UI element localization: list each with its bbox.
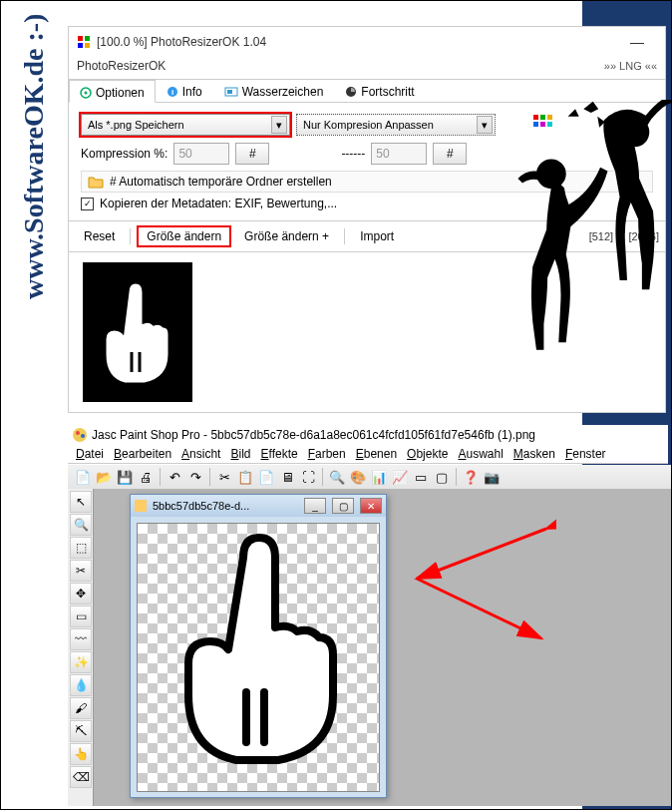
watermark-icon (224, 86, 238, 98)
annotation-arrows (397, 519, 556, 668)
undo-icon[interactable]: ↶ (166, 468, 183, 486)
folder-label: # Automatisch temporäre Ordner erstellen (110, 175, 332, 189)
layers-icon[interactable]: ▭ (412, 468, 430, 486)
titlebar: [100.0 %] PhotoResizerOK 1.04 — (69, 27, 665, 57)
svg-rect-3 (85, 43, 90, 48)
histogram-icon[interactable]: 📊 (370, 468, 388, 486)
metadata-label: Kopieren der Metadaten: EXIF, Bewertung,… (100, 197, 337, 210)
resize-button[interactable]: Größe ändern (137, 225, 231, 247)
lasso-tool-icon[interactable]: 〰 (70, 628, 92, 650)
right-spinner[interactable]: 50 (371, 143, 427, 165)
svg-text:i: i (171, 88, 173, 97)
window-icon[interactable]: ▢ (433, 468, 451, 486)
checkbox-icon[interactable]: ✓ (81, 198, 94, 210)
screen-icon[interactable]: 🖥 (278, 468, 296, 486)
arrow-tool-icon[interactable]: ↖ (70, 491, 92, 513)
zoom-tool-icon[interactable]: 🔍 (70, 514, 92, 536)
menu-auswahl[interactable]: Auswahl (458, 447, 503, 461)
thumbnail[interactable] (83, 262, 192, 402)
menu-fenster[interactable]: Fenster (565, 447, 606, 461)
paste-icon[interactable]: 📄 (257, 468, 275, 486)
camera-icon[interactable]: 📷 (483, 468, 501, 486)
save-icon[interactable]: 💾 (116, 468, 134, 486)
brush-tool-icon[interactable]: 🖌 (70, 697, 92, 719)
clone-tool-icon[interactable]: ⛏ (70, 720, 92, 742)
wand-tool-icon[interactable]: ✨ (70, 651, 92, 673)
hash-button-right[interactable]: # (433, 143, 467, 165)
new-icon[interactable]: 📄 (74, 468, 92, 486)
dropper-tool-icon[interactable]: 💧 (70, 674, 92, 696)
compression-mode-dropdown[interactable]: Nur Kompresion Anpassen ▾ (296, 114, 496, 136)
psp-titlebar: Jasc Paint Shop Pro - 5bbc57db5c78e-d6a1… (68, 425, 668, 445)
chart-icon[interactable]: 📈 (391, 468, 409, 486)
move-tool-icon[interactable]: ✥ (70, 583, 92, 605)
menu-masken[interactable]: Masken (513, 447, 555, 461)
menu-datei[interactable]: Datei (76, 447, 104, 461)
help-icon[interactable]: ❓ (462, 468, 480, 486)
palette-icon[interactable]: 🎨 (349, 468, 367, 486)
tab-label: Optionen (96, 86, 145, 100)
gear-icon (80, 87, 92, 99)
hand-thumb-icon (98, 277, 177, 387)
doc-canvas[interactable] (137, 523, 380, 792)
marquee-tool-icon[interactable]: ▭ (70, 606, 92, 627)
menu-app-name[interactable]: PhotoResizerOK (77, 59, 166, 73)
psp-document-window[interactable]: 5bbc57db5c78e-d... _ ▢ ✕ (130, 494, 387, 798)
import-button[interactable]: Import (351, 226, 403, 246)
redo-icon[interactable]: ↷ (186, 468, 204, 486)
menu-effekte[interactable]: Effekte (261, 447, 298, 461)
menu-bearbeiten[interactable]: Bearbeiten (114, 447, 171, 461)
cut-icon[interactable]: ✂ (215, 468, 233, 486)
svg-point-19 (73, 428, 87, 442)
menu-ebenen[interactable]: Ebenen (356, 447, 397, 461)
doc-close-button[interactable]: ✕ (360, 498, 382, 514)
resize-plus-button[interactable]: Größe ändern + (235, 226, 338, 246)
svg-point-20 (76, 431, 80, 435)
svg-line-26 (417, 579, 541, 638)
watermark-text: www.SoftwareOK.de :-) (18, 14, 50, 299)
print-icon[interactable]: 🖨 (137, 468, 155, 486)
tab-fortschritt[interactable]: Fortschritt (334, 80, 425, 102)
hash-button-left[interactable]: # (235, 143, 269, 165)
erase-tool-icon[interactable]: ⌫ (70, 766, 92, 788)
crop-tool-icon[interactable]: ✂ (70, 560, 92, 582)
doc-title-text: 5bbc57db5c78e-d... (153, 500, 249, 512)
menu-farben[interactable]: Farben (308, 447, 346, 461)
doc-maximize-button[interactable]: ▢ (332, 498, 354, 514)
dancing-silhouette (479, 100, 672, 359)
save-format-dropdown[interactable]: Als *.png Speichern ▾ (81, 114, 290, 136)
separator (344, 228, 345, 244)
compression-label: Kompression %: (81, 147, 168, 161)
psp-app-icon (72, 427, 88, 443)
doc-minimize-button[interactable]: _ (304, 498, 326, 514)
menu-bild[interactable]: Bild (230, 447, 250, 461)
zoom-icon[interactable]: 🔍 (328, 468, 346, 486)
tab-optionen[interactable]: Optionen (69, 80, 156, 103)
svg-rect-1 (85, 36, 90, 41)
language-selector[interactable]: »» LNG «« (604, 60, 657, 72)
doc-titlebar[interactable]: 5bbc57db5c78e-d... _ ▢ ✕ (131, 495, 386, 517)
tab-info[interactable]: i Info (156, 80, 213, 102)
svg-rect-0 (78, 36, 83, 41)
reset-button[interactable]: Reset (75, 226, 124, 246)
retouch-tool-icon[interactable]: 👆 (70, 743, 92, 765)
dropdown-value: Als *.png Speichern (88, 119, 184, 131)
tab-label: Wasserzeichen (242, 85, 324, 99)
dropdown-value: Nur Kompresion Anpassen (303, 119, 434, 131)
doc-icon (135, 500, 147, 512)
progress-icon (345, 86, 357, 98)
svg-rect-22 (135, 500, 147, 512)
folder-icon (88, 175, 104, 189)
compression-spinner[interactable]: 50 (173, 143, 229, 165)
copy-icon[interactable]: 📋 (236, 468, 254, 486)
svg-line-25 (417, 529, 546, 579)
minimize-button[interactable]: — (617, 31, 657, 53)
selection-tool-icon[interactable]: ⬚ (70, 537, 92, 559)
dashes-label: ------ (341, 147, 365, 161)
separator (130, 228, 131, 244)
menu-ansicht[interactable]: Ansicht (181, 447, 220, 461)
tab-wasserzeichen[interactable]: Wasserzeichen (213, 80, 335, 102)
open-icon[interactable]: 📂 (95, 468, 113, 486)
fullscreen-icon[interactable]: ⛶ (299, 468, 317, 486)
menu-objekte[interactable]: Objekte (407, 447, 448, 461)
